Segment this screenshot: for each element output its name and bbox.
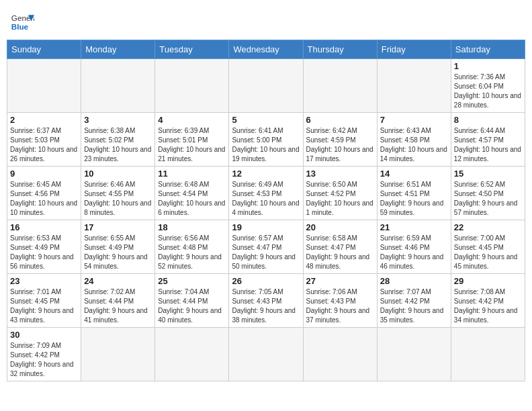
calendar-cell: 22Sunrise: 7:00 AM Sunset: 4:45 PM Dayli… <box>451 220 525 274</box>
calendar-cell: 6Sunrise: 6:42 AM Sunset: 4:59 PM Daylig… <box>303 113 377 167</box>
day-info: Sunrise: 6:57 AM Sunset: 4:47 PM Dayligh… <box>232 234 300 271</box>
day-number: 24 <box>84 276 152 286</box>
svg-text:Blue: Blue <box>11 22 29 31</box>
day-number: 15 <box>454 169 522 179</box>
calendar-cell: 1Sunrise: 7:36 AM Sunset: 6:04 PM Daylig… <box>451 59 525 113</box>
day-number: 20 <box>306 222 374 232</box>
calendar-week-row: 2Sunrise: 6:37 AM Sunset: 5:03 PM Daylig… <box>7 113 525 167</box>
day-number: 7 <box>380 115 448 125</box>
calendar-cell: 19Sunrise: 6:57 AM Sunset: 4:47 PM Dayli… <box>229 220 303 274</box>
day-info: Sunrise: 6:46 AM Sunset: 4:55 PM Dayligh… <box>84 180 152 218</box>
day-number: 8 <box>454 115 522 125</box>
calendar-cell: 11Sunrise: 6:48 AM Sunset: 4:54 PM Dayli… <box>155 167 229 220</box>
weekday-header-sunday: Sunday <box>7 40 81 59</box>
day-number: 16 <box>10 222 78 232</box>
day-number: 29 <box>454 276 522 286</box>
calendar-cell: 10Sunrise: 6:46 AM Sunset: 4:55 PM Dayli… <box>81 167 155 220</box>
day-info: Sunrise: 6:48 AM Sunset: 4:54 PM Dayligh… <box>158 180 226 218</box>
calendar-cell: 13Sunrise: 6:50 AM Sunset: 4:52 PM Dayli… <box>303 167 377 220</box>
day-info: Sunrise: 7:07 AM Sunset: 4:42 PM Dayligh… <box>380 287 448 325</box>
day-info: Sunrise: 7:01 AM Sunset: 4:45 PM Dayligh… <box>10 287 78 325</box>
weekday-header-wednesday: Wednesday <box>229 40 303 59</box>
day-number: 23 <box>10 276 78 286</box>
calendar-cell: 5Sunrise: 6:41 AM Sunset: 5:00 PM Daylig… <box>229 113 303 167</box>
day-info: Sunrise: 7:00 AM Sunset: 4:45 PM Dayligh… <box>454 234 522 271</box>
calendar-cell: 26Sunrise: 7:05 AM Sunset: 4:43 PM Dayli… <box>229 274 303 328</box>
day-info: Sunrise: 7:04 AM Sunset: 4:44 PM Dayligh… <box>158 287 226 325</box>
day-number: 11 <box>158 169 226 179</box>
day-number: 14 <box>380 169 448 179</box>
logo: General Blue <box>10 10 34 34</box>
calendar-cell: 21Sunrise: 6:59 AM Sunset: 4:46 PM Dayli… <box>377 220 451 274</box>
weekday-header-friday: Friday <box>377 40 451 59</box>
day-number: 22 <box>454 222 522 232</box>
day-number: 21 <box>380 222 448 232</box>
calendar-cell: 18Sunrise: 6:56 AM Sunset: 4:48 PM Dayli… <box>155 220 229 274</box>
day-info: Sunrise: 6:53 AM Sunset: 4:49 PM Dayligh… <box>10 234 78 271</box>
calendar-cell <box>81 328 155 381</box>
calendar-week-row: 23Sunrise: 7:01 AM Sunset: 4:45 PM Dayli… <box>7 274 525 328</box>
calendar-cell: 4Sunrise: 6:39 AM Sunset: 5:01 PM Daylig… <box>155 113 229 167</box>
calendar-cell <box>303 328 377 381</box>
day-info: Sunrise: 6:59 AM Sunset: 4:46 PM Dayligh… <box>380 234 448 271</box>
calendar-cell: 28Sunrise: 7:07 AM Sunset: 4:42 PM Dayli… <box>377 274 451 328</box>
day-info: Sunrise: 6:56 AM Sunset: 4:48 PM Dayligh… <box>158 234 226 271</box>
calendar-cell: 2Sunrise: 6:37 AM Sunset: 5:03 PM Daylig… <box>7 113 81 167</box>
calendar-cell: 12Sunrise: 6:49 AM Sunset: 4:53 PM Dayli… <box>229 167 303 220</box>
day-info: Sunrise: 6:38 AM Sunset: 5:02 PM Dayligh… <box>84 126 152 164</box>
day-info: Sunrise: 6:39 AM Sunset: 5:01 PM Dayligh… <box>158 126 226 164</box>
weekday-header-row: SundayMondayTuesdayWednesdayThursdayFrid… <box>7 40 525 59</box>
day-number: 30 <box>10 330 78 340</box>
day-info: Sunrise: 6:51 AM Sunset: 4:51 PM Dayligh… <box>380 180 448 218</box>
weekday-header-tuesday: Tuesday <box>155 40 229 59</box>
calendar-cell: 9Sunrise: 6:45 AM Sunset: 4:56 PM Daylig… <box>7 167 81 220</box>
day-number: 2 <box>10 115 78 125</box>
calendar-cell <box>377 328 451 381</box>
day-info: Sunrise: 6:43 AM Sunset: 4:58 PM Dayligh… <box>380 126 448 164</box>
calendar-week-row: 1Sunrise: 7:36 AM Sunset: 6:04 PM Daylig… <box>7 59 525 113</box>
day-number: 17 <box>84 222 152 232</box>
calendar-week-row: 16Sunrise: 6:53 AM Sunset: 4:49 PM Dayli… <box>7 220 525 274</box>
day-number: 28 <box>380 276 448 286</box>
day-number: 27 <box>306 276 374 286</box>
day-number: 1 <box>454 61 522 71</box>
day-info: Sunrise: 6:50 AM Sunset: 4:52 PM Dayligh… <box>306 180 374 218</box>
day-info: Sunrise: 7:06 AM Sunset: 4:43 PM Dayligh… <box>306 287 374 325</box>
calendar-cell: 16Sunrise: 6:53 AM Sunset: 4:49 PM Dayli… <box>7 220 81 274</box>
day-info: Sunrise: 6:45 AM Sunset: 4:56 PM Dayligh… <box>10 180 78 218</box>
calendar-cell: 30Sunrise: 7:09 AM Sunset: 4:42 PM Dayli… <box>7 328 81 381</box>
calendar-cell: 15Sunrise: 6:52 AM Sunset: 4:50 PM Dayli… <box>451 167 525 220</box>
day-info: Sunrise: 6:49 AM Sunset: 4:53 PM Dayligh… <box>232 180 300 218</box>
calendar-cell: 3Sunrise: 6:38 AM Sunset: 5:02 PM Daylig… <box>81 113 155 167</box>
generalblue-logo-icon: General Blue <box>10 10 34 34</box>
day-info: Sunrise: 6:52 AM Sunset: 4:50 PM Dayligh… <box>454 180 522 218</box>
calendar-week-row: 9Sunrise: 6:45 AM Sunset: 4:56 PM Daylig… <box>7 167 525 220</box>
day-number: 13 <box>306 169 374 179</box>
calendar-cell: 25Sunrise: 7:04 AM Sunset: 4:44 PM Dayli… <box>155 274 229 328</box>
day-info: Sunrise: 6:42 AM Sunset: 4:59 PM Dayligh… <box>306 126 374 164</box>
weekday-header-monday: Monday <box>81 40 155 59</box>
day-number: 10 <box>84 169 152 179</box>
calendar-cell <box>155 59 229 113</box>
calendar-cell: 17Sunrise: 6:55 AM Sunset: 4:49 PM Dayli… <box>81 220 155 274</box>
day-number: 25 <box>158 276 226 286</box>
day-number: 9 <box>10 169 78 179</box>
day-info: Sunrise: 6:58 AM Sunset: 4:47 PM Dayligh… <box>306 234 374 271</box>
day-info: Sunrise: 6:55 AM Sunset: 4:49 PM Dayligh… <box>84 234 152 271</box>
calendar-cell <box>303 59 377 113</box>
day-number: 12 <box>232 169 300 179</box>
day-info: Sunrise: 7:09 AM Sunset: 4:42 PM Dayligh… <box>10 341 78 379</box>
day-info: Sunrise: 6:44 AM Sunset: 4:57 PM Dayligh… <box>454 126 522 164</box>
calendar-week-row: 30Sunrise: 7:09 AM Sunset: 4:42 PM Dayli… <box>7 328 525 381</box>
day-info: Sunrise: 6:41 AM Sunset: 5:00 PM Dayligh… <box>232 126 300 164</box>
day-info: Sunrise: 7:05 AM Sunset: 4:43 PM Dayligh… <box>232 287 300 325</box>
calendar-cell: 14Sunrise: 6:51 AM Sunset: 4:51 PM Dayli… <box>377 167 451 220</box>
calendar-cell: 27Sunrise: 7:06 AM Sunset: 4:43 PM Dayli… <box>303 274 377 328</box>
calendar-cell <box>155 328 229 381</box>
calendar-cell <box>451 328 525 381</box>
day-number: 18 <box>158 222 226 232</box>
calendar-table: SundayMondayTuesdayWednesdayThursdayFrid… <box>7 40 525 381</box>
calendar-cell <box>229 59 303 113</box>
calendar-cell <box>7 59 81 113</box>
calendar-cell: 20Sunrise: 6:58 AM Sunset: 4:47 PM Dayli… <box>303 220 377 274</box>
